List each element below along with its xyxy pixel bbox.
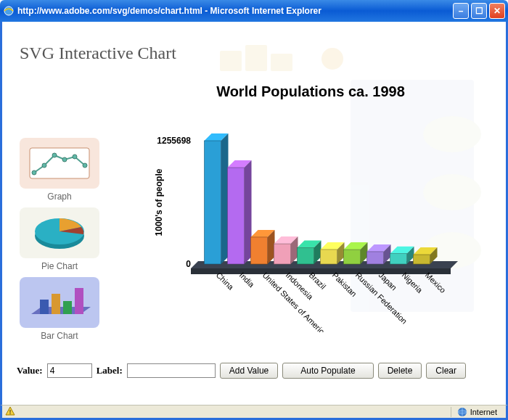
pie-type-button[interactable]: Pie Chart bbox=[20, 207, 99, 258]
window-minimize-button[interactable]: – bbox=[453, 3, 469, 19]
svg-point-5 bbox=[62, 157, 67, 162]
status-zone: Internet bbox=[451, 407, 503, 417]
window-titlebar: http://www.adobe.com/svg/demos/chart.htm… bbox=[0, 0, 508, 22]
window-close-button[interactable]: ✕ bbox=[489, 3, 505, 19]
chart-title: World Populations ca. 1998 bbox=[140, 83, 481, 100]
svg-rect-34 bbox=[274, 244, 290, 264]
svg-rect-50 bbox=[366, 252, 383, 264]
graph-type-label: Graph bbox=[20, 192, 99, 202]
delete-button[interactable]: Delete bbox=[378, 363, 422, 379]
chart-type-panel: Graph Pie Chart bbox=[20, 138, 107, 347]
input-toolbar: Value: Label: Add Value Auto Populate De… bbox=[17, 363, 466, 379]
svg-rect-30 bbox=[250, 237, 267, 264]
internet-zone-icon bbox=[457, 407, 467, 417]
svg-point-3 bbox=[42, 163, 46, 168]
value-label: Value: bbox=[17, 365, 43, 376]
chart-area: World Populations ca. 1998 125569801000'… bbox=[140, 83, 481, 345]
svg-point-0 bbox=[4, 7, 13, 15]
svg-rect-46 bbox=[343, 250, 360, 264]
pie-type-label: Pie Chart bbox=[20, 261, 99, 271]
svg-marker-21 bbox=[221, 133, 229, 264]
graph-type-button[interactable]: Graph bbox=[20, 138, 99, 189]
status-zone-label: Internet bbox=[470, 408, 497, 416]
window-maximize-button[interactable]: ☐ bbox=[471, 3, 487, 19]
svg-marker-25 bbox=[245, 160, 252, 264]
svg-text:0: 0 bbox=[186, 259, 191, 269]
label-input[interactable] bbox=[127, 363, 216, 378]
svg-rect-54 bbox=[390, 254, 406, 264]
svg-rect-38 bbox=[297, 248, 314, 264]
page-title: SVG Interactive Chart bbox=[20, 44, 176, 63]
label-label: Label: bbox=[97, 365, 123, 376]
clear-button[interactable]: Clear bbox=[426, 363, 466, 379]
window-title: http://www.adobe.com/svg/demos/chart.htm… bbox=[17, 6, 453, 16]
ie-icon bbox=[3, 5, 15, 17]
svg-marker-16 bbox=[191, 268, 451, 274]
svg-point-7 bbox=[83, 163, 87, 168]
svg-text:!: ! bbox=[9, 408, 12, 416]
svg-rect-1 bbox=[30, 148, 89, 178]
svg-rect-26 bbox=[227, 168, 244, 264]
svg-text:1000's of people: 1000's of people bbox=[154, 168, 164, 236]
svg-rect-42 bbox=[320, 250, 337, 264]
svg-rect-14 bbox=[75, 288, 83, 314]
add-value-button[interactable]: Add Value bbox=[220, 363, 279, 379]
pie-chart-icon bbox=[27, 213, 92, 253]
line-chart-icon bbox=[27, 145, 92, 181]
svg-rect-58 bbox=[413, 255, 430, 264]
svg-point-6 bbox=[73, 155, 77, 159]
svg-text:1255698: 1255698 bbox=[157, 136, 191, 146]
bar-type-label: Bar Chart bbox=[20, 331, 99, 341]
svg-point-2 bbox=[32, 170, 36, 175]
auto-populate-button[interactable]: Auto Populate bbox=[282, 363, 373, 379]
bar-chart[interactable]: 125569801000's of peopleChinaIndiaUnited… bbox=[140, 115, 481, 332]
svg-rect-11 bbox=[40, 300, 49, 314]
bar-type-button[interactable]: Bar Chart bbox=[20, 277, 99, 328]
svg-text:Pakistan: Pakistan bbox=[331, 271, 359, 298]
value-input[interactable] bbox=[47, 363, 92, 378]
svg-rect-22 bbox=[204, 141, 221, 264]
svg-point-4 bbox=[52, 153, 57, 157]
svg-rect-13 bbox=[63, 301, 72, 314]
svg-rect-12 bbox=[52, 294, 60, 314]
status-bar: ! Internet bbox=[0, 405, 508, 420]
bar-chart-icon bbox=[27, 282, 92, 323]
status-alert-icon: ! bbox=[5, 406, 15, 418]
